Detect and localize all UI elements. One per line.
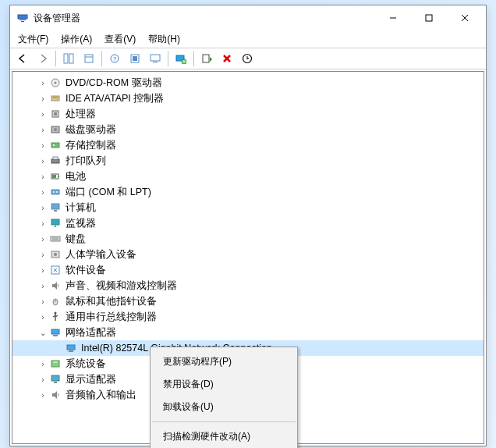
tree-node[interactable]: ›处理器 xyxy=(12,106,484,122)
menu-help[interactable]: 帮助(H) xyxy=(142,32,186,47)
titlebar: 设备管理器 xyxy=(10,5,486,30)
tree-node[interactable]: ›软件设备 xyxy=(12,262,484,278)
chevron-right-icon[interactable]: › xyxy=(37,266,48,275)
tree-node[interactable]: ›DVD/CD-ROM 驱动器 xyxy=(12,75,484,91)
cpu-icon xyxy=(48,108,62,120)
tree-node-label: 端口 (COM 和 LPT) xyxy=(66,186,151,199)
menu-action[interactable]: 操作(A) xyxy=(55,32,98,47)
svg-rect-8 xyxy=(69,54,73,63)
chevron-right-icon[interactable]: › xyxy=(37,79,48,87)
ctx-scan-hardware[interactable]: 扫描检测硬件改动(A) xyxy=(151,425,297,448)
svg-rect-41 xyxy=(51,219,59,225)
tree-node-label: 网络适配器 xyxy=(66,326,116,340)
tree-node-label: IDE ATA/ATAPI 控制器 xyxy=(66,92,164,105)
tree-node[interactable]: ›鼠标和其他指针设备 xyxy=(12,293,484,309)
tree-node[interactable]: ›IDE ATA/ATAPI 控制器 xyxy=(12,91,484,106)
mouse-icon xyxy=(48,295,62,308)
uninstall-device-button[interactable] xyxy=(238,49,257,68)
chevron-right-icon[interactable]: › xyxy=(37,360,48,368)
disk-icon xyxy=(48,123,62,136)
tree-node-label: 计算机 xyxy=(66,201,96,215)
chevron-right-icon[interactable]: › xyxy=(37,204,48,212)
tree-node[interactable]: ›打印队列 xyxy=(12,153,484,169)
tree-node[interactable]: ⌄网络适配器 xyxy=(12,325,484,340)
system-icon xyxy=(48,357,62,370)
update-driver-button[interactable] xyxy=(197,49,216,68)
tree-node[interactable]: ›磁盘驱动器 xyxy=(12,122,484,137)
chevron-right-icon[interactable]: › xyxy=(37,157,48,165)
forward-button[interactable] xyxy=(34,49,52,68)
ctx-update-driver[interactable]: 更新驱动程序(P) xyxy=(151,350,297,373)
svg-rect-36 xyxy=(51,190,59,194)
tree-node[interactable]: ›人体学输入设备 xyxy=(12,247,484,262)
tree-node-label: 声音、视频和游戏控制器 xyxy=(66,279,177,293)
svg-rect-59 xyxy=(54,382,57,383)
svg-point-22 xyxy=(55,82,57,84)
chevron-right-icon[interactable]: › xyxy=(37,126,48,134)
ctx-uninstall-device[interactable]: 卸载设备(U) xyxy=(151,396,297,418)
separator xyxy=(152,421,296,422)
chevron-right-icon[interactable]: › xyxy=(37,375,48,384)
svg-rect-14 xyxy=(133,56,137,61)
ctx-disable-device[interactable]: 禁用设备(D) xyxy=(151,373,297,396)
chevron-right-icon[interactable]: › xyxy=(37,94,48,103)
chevron-down-icon[interactable]: ⌄ xyxy=(37,329,48,337)
audio-icon xyxy=(48,279,62,292)
tree-node[interactable]: ›声音、视频和游戏控制器 xyxy=(12,278,484,293)
tree-node[interactable]: ›键盘 xyxy=(12,231,484,247)
tree-node[interactable]: ›端口 (COM 和 LPT) xyxy=(12,184,484,200)
computer-icon xyxy=(48,201,62,214)
svg-rect-1 xyxy=(19,20,26,20)
chevron-right-icon[interactable]: › xyxy=(37,235,48,244)
chevron-right-icon[interactable]: › xyxy=(37,188,48,197)
chevron-right-icon[interactable]: › xyxy=(37,219,48,228)
separator xyxy=(101,51,102,66)
refresh-toolbar-button[interactable] xyxy=(126,49,144,68)
chevron-right-icon[interactable]: › xyxy=(37,110,48,119)
svg-point-51 xyxy=(55,312,57,315)
show-hide-button[interactable] xyxy=(59,49,78,68)
action-toolbar-button[interactable] xyxy=(146,49,165,68)
chevron-right-icon[interactable]: › xyxy=(37,282,48,290)
toolbar: ? xyxy=(10,48,486,69)
chevron-right-icon[interactable]: › xyxy=(37,391,48,400)
svg-rect-39 xyxy=(51,204,59,209)
svg-point-37 xyxy=(53,191,55,193)
svg-point-30 xyxy=(53,144,55,146)
maximize-button[interactable] xyxy=(411,5,447,30)
tree-node-label: 监视器 xyxy=(66,217,96,230)
ide-icon xyxy=(48,92,62,105)
separator xyxy=(168,51,168,66)
tree-node[interactable]: ›计算机 xyxy=(12,200,484,215)
tree-node-label: 显示适配器 xyxy=(66,373,116,386)
software-icon xyxy=(48,264,62,276)
tree-node-label: 磁盘驱动器 xyxy=(66,123,116,137)
tree-node[interactable]: ›存储控制器 xyxy=(12,137,484,153)
close-button[interactable] xyxy=(447,5,483,30)
svg-rect-15 xyxy=(151,55,160,61)
tree-node[interactable]: ›监视器 xyxy=(12,215,484,231)
hid-icon xyxy=(48,248,62,261)
svg-text:?: ? xyxy=(113,55,117,62)
chevron-right-icon[interactable]: › xyxy=(37,313,48,322)
battery-icon xyxy=(48,170,62,183)
svg-rect-26 xyxy=(54,112,57,116)
chevron-right-icon[interactable]: › xyxy=(37,141,48,150)
back-button[interactable] xyxy=(13,49,32,68)
svg-point-28 xyxy=(54,128,57,131)
svg-rect-34 xyxy=(58,176,59,177)
menu-file[interactable]: 文件(F) xyxy=(12,32,55,47)
chevron-right-icon[interactable]: › xyxy=(37,251,48,259)
disable-device-button[interactable] xyxy=(218,49,236,68)
properties-toolbar-button[interactable] xyxy=(80,49,98,68)
tree-node[interactable]: ›通用串行总线控制器 xyxy=(12,309,484,325)
scan-hardware-button[interactable] xyxy=(172,49,190,68)
tree-node[interactable]: ›电池 xyxy=(12,169,484,184)
svg-rect-43 xyxy=(51,236,60,241)
chevron-right-icon[interactable]: › xyxy=(37,297,48,306)
help-toolbar-button[interactable]: ? xyxy=(105,49,124,68)
minimize-button[interactable] xyxy=(375,5,411,30)
svg-rect-0 xyxy=(18,15,27,19)
menu-view[interactable]: 查看(V) xyxy=(98,32,142,47)
chevron-right-icon[interactable]: › xyxy=(37,172,48,181)
